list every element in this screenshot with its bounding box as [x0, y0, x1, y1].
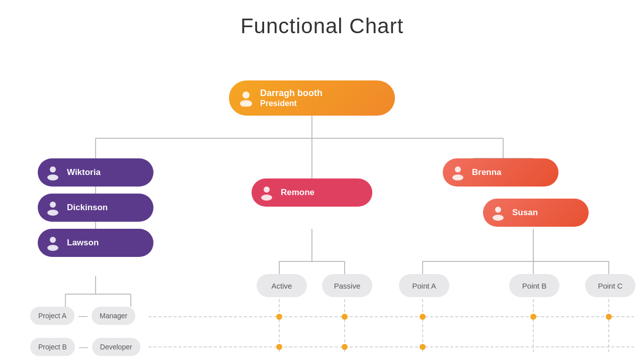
pointa-node: Point A [399, 274, 449, 297]
svg-point-34 [47, 210, 58, 216]
susan-label: Susan [512, 208, 538, 218]
remone-node: Remone [252, 178, 372, 207]
svg-point-31 [50, 166, 56, 172]
svg-point-30 [240, 100, 252, 107]
developer-label: Developer [92, 338, 140, 356]
dot-manager-pointa [420, 314, 426, 320]
page-title: Functional Chart [0, 0, 644, 38]
svg-point-42 [493, 215, 504, 221]
lawson-label: Lawson [67, 238, 99, 248]
project-b-label: Project B [30, 338, 75, 356]
active-label: Active [272, 282, 292, 290]
president-icon [237, 89, 255, 107]
dickinson-icon [44, 199, 62, 217]
project-b-row: Project B — Developer [30, 338, 140, 356]
president-name: Darragh booth [260, 88, 323, 99]
dot-developer-passive [342, 344, 348, 350]
pointc-label: Point C [598, 282, 622, 290]
president-node: Darragh booth President [229, 80, 395, 116]
susan-node: Susan [483, 199, 589, 227]
svg-point-35 [50, 237, 56, 243]
dot-manager-passive [342, 314, 348, 320]
dot-developer-active [276, 344, 282, 350]
wiktoria-label: Wiktoria [67, 167, 101, 177]
dickinson-node: Dickinson [38, 194, 153, 222]
brenna-icon [449, 163, 467, 182]
manager-label: Manager [92, 307, 135, 325]
svg-point-37 [264, 187, 270, 193]
dickinson-label: Dickinson [67, 203, 108, 213]
passive-label: Passive [334, 282, 361, 290]
lawson-node: Lawson [38, 229, 153, 257]
pointa-label: Point A [412, 282, 436, 290]
brenna-node: Brenna [443, 158, 558, 187]
dot-manager-active [276, 314, 282, 320]
remone-icon [258, 184, 276, 202]
svg-point-39 [455, 166, 461, 172]
pointc-node: Point C [585, 274, 635, 297]
dot-manager-pointb [530, 314, 536, 320]
dot-developer-pointa [420, 344, 426, 350]
president-title: President [260, 99, 297, 108]
svg-point-38 [261, 195, 272, 201]
svg-point-40 [452, 174, 463, 180]
remone-label: Remone [281, 188, 314, 198]
dot-manager-pointc [606, 314, 612, 320]
active-node: Active [257, 274, 307, 297]
svg-point-41 [495, 207, 501, 213]
pointb-label: Point B [522, 282, 546, 290]
brenna-label: Brenna [472, 167, 502, 177]
wiktoria-icon [44, 163, 62, 182]
wiktoria-node: Wiktoria [38, 158, 153, 187]
project-a-row: Project A — Manager [30, 307, 135, 325]
susan-icon [489, 204, 507, 222]
svg-point-33 [50, 202, 56, 208]
project-a-label: Project A [30, 307, 74, 325]
svg-point-32 [47, 174, 58, 180]
passive-node: Passive [322, 274, 372, 297]
chart-area: Darragh booth President Wiktoria Dickins… [0, 50, 644, 362]
svg-point-29 [243, 92, 250, 99]
pointb-node: Point B [509, 274, 559, 297]
lawson-icon [44, 234, 62, 252]
svg-point-36 [47, 245, 58, 251]
